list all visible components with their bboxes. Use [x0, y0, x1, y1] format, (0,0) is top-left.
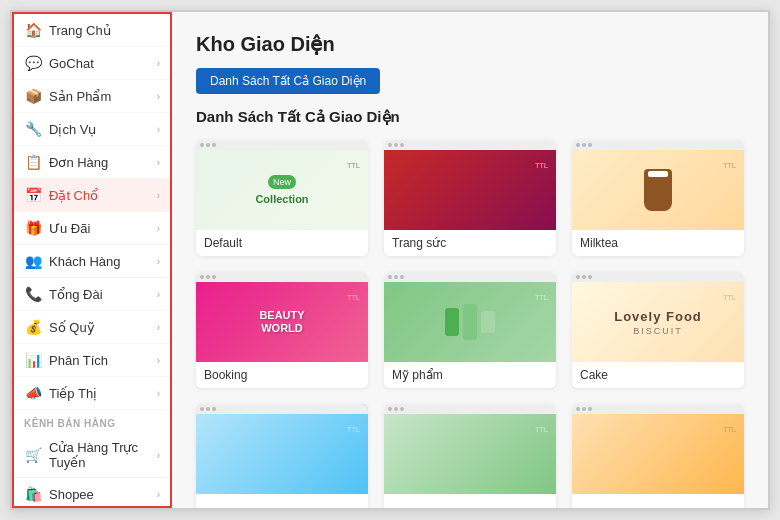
- theme-preview: BEAUTYWORLD TTL: [196, 282, 368, 362]
- mock-dot: [582, 275, 586, 279]
- sidebar-item-cua-hang-truc-tuyen[interactable]: 🛒 Cửa Hàng Trực Tuyến ›: [14, 433, 170, 478]
- sidebar-label: Shopee: [49, 487, 150, 502]
- theme-thumbnail-my-pham: TTL: [384, 272, 556, 362]
- mock-browser-bar: [196, 404, 368, 414]
- sidebar-item-khach-hang[interactable]: 👥 Khách Hàng ›: [14, 245, 170, 278]
- mock-dot: [582, 143, 586, 147]
- mock-dot: [588, 275, 592, 279]
- theme-thumbnail-cake: Lovely Food BISCUIT TTL: [572, 272, 744, 362]
- sidebar-label: Khách Hàng: [49, 254, 150, 269]
- theme-card-my-pham[interactable]: TTL Mỹ phẩm: [384, 272, 556, 388]
- mock-dot: [206, 143, 210, 147]
- chevron-right-icon: ›: [157, 256, 160, 267]
- sidebar-item-san-pham[interactable]: 📦 Sản Phẩm ›: [14, 80, 170, 113]
- theme-card-row3-2[interactable]: TTL: [384, 404, 556, 508]
- chevron-right-icon: ›: [157, 157, 160, 168]
- sidebar-item-dat-cho[interactable]: 📅 Đặt Chổ ›: [14, 179, 170, 212]
- ttl-label: TTL: [723, 162, 736, 169]
- theme-card-cake[interactable]: Lovely Food BISCUIT TTL Cake: [572, 272, 744, 388]
- sidebar-item-dich-vu[interactable]: 🔧 Dịch Vụ ›: [14, 113, 170, 146]
- sidebar-item-trang-chu[interactable]: 🏠 Trang Chủ: [14, 14, 170, 47]
- theme-name-milktea: Milktea: [572, 230, 744, 256]
- chevron-right-icon: ›: [157, 322, 160, 333]
- sidebar-item-shopee[interactable]: 🛍️ Shopee ›: [14, 478, 170, 508]
- mock-dot: [388, 143, 392, 147]
- ttl-label: TTL: [723, 426, 736, 433]
- ttl-label: TTL: [347, 426, 360, 433]
- chevron-right-icon: ›: [157, 91, 160, 102]
- theme-name-booking: Booking: [196, 362, 368, 388]
- filter-all-button[interactable]: Danh Sách Tất Cả Giao Diện: [196, 68, 380, 94]
- ttl-label: TTL: [535, 162, 548, 169]
- sidebar: 🏠 Trang Chủ 💬 GoChat › 📦 Sản Phẩm › 🔧 Dị…: [12, 12, 172, 508]
- theme-grid: New Collection TTL Default: [196, 140, 744, 508]
- section-label: Danh Sách Tất Cả Giao Diện: [196, 108, 744, 126]
- mock-dot: [582, 407, 586, 411]
- package-icon: 📦: [24, 87, 42, 105]
- theme-name-row3-3: [572, 494, 744, 508]
- mock-dot: [200, 407, 204, 411]
- mock-dot: [400, 143, 404, 147]
- sidebar-item-tiep-thi[interactable]: 📣 Tiếp Thị ›: [14, 377, 170, 410]
- theme-preview: TTL: [384, 282, 556, 362]
- theme-preview: TTL: [196, 414, 368, 494]
- theme-card-milktea[interactable]: TTL Milktea: [572, 140, 744, 256]
- sidebar-item-go-chat[interactable]: 💬 GoChat ›: [14, 47, 170, 80]
- chevron-right-icon: ›: [157, 124, 160, 135]
- chevron-right-icon: ›: [157, 190, 160, 201]
- service-icon: 🔧: [24, 120, 42, 138]
- sidebar-item-so-quy[interactable]: 💰 Số Quỹ ›: [14, 311, 170, 344]
- theme-name-row3-2: [384, 494, 556, 508]
- theme-card-default[interactable]: New Collection TTL Default: [196, 140, 368, 256]
- mock-browser-bar: [196, 140, 368, 150]
- mock-browser-bar: [572, 140, 744, 150]
- theme-card-trang-suc[interactable]: TTL Trang sức: [384, 140, 556, 256]
- theme-card-row3-3[interactable]: TTL: [572, 404, 744, 508]
- store-icon: 🛒: [24, 446, 42, 464]
- theme-thumbnail-trang-suc: TTL: [384, 140, 556, 230]
- chevron-right-icon: ›: [157, 223, 160, 234]
- ttl-label: TTL: [535, 426, 548, 433]
- sidebar-label: Dịch Vụ: [49, 122, 150, 137]
- home-icon: 🏠: [24, 21, 42, 39]
- page-title: Kho Giao Diện: [196, 32, 744, 56]
- theme-preview: TTL: [572, 150, 744, 230]
- theme-preview: TTL: [384, 150, 556, 230]
- sidebar-label: Ưu Đãi: [49, 221, 150, 236]
- sidebar-item-tong-dai[interactable]: 📞 Tổng Đài ›: [14, 278, 170, 311]
- theme-card-booking[interactable]: BEAUTYWORLD TTL Booking: [196, 272, 368, 388]
- chevron-right-icon: ›: [157, 388, 160, 399]
- mock-dot: [212, 143, 216, 147]
- chevron-right-icon: ›: [157, 289, 160, 300]
- chevron-right-icon: ›: [157, 355, 160, 366]
- gift-icon: 🎁: [24, 219, 42, 237]
- theme-thumbnail-row3-1: TTL: [196, 404, 368, 494]
- theme-card-row3-1[interactable]: TTL: [196, 404, 368, 508]
- chart-icon: 📊: [24, 351, 42, 369]
- beauty-world-text: BEAUTYWORLD: [259, 309, 304, 335]
- mock-dot: [206, 407, 210, 411]
- sidebar-label: GoChat: [49, 56, 150, 71]
- chevron-right-icon: ›: [157, 450, 160, 461]
- mock-dot: [394, 143, 398, 147]
- sidebar-item-phan-tich[interactable]: 📊 Phân Tích ›: [14, 344, 170, 377]
- mock-dot: [200, 275, 204, 279]
- calendar-icon: 📅: [24, 186, 42, 204]
- sidebar-label: Trang Chủ: [49, 23, 160, 38]
- mock-dot: [212, 407, 216, 411]
- sidebar-label: Tổng Đài: [49, 287, 150, 302]
- theme-name-default: Default: [196, 230, 368, 256]
- mock-dot: [576, 143, 580, 147]
- order-icon: 📋: [24, 153, 42, 171]
- mock-dot: [588, 143, 592, 147]
- mock-browser-bar: [384, 404, 556, 414]
- sidebar-item-uu-dai[interactable]: 🎁 Ưu Đãi ›: [14, 212, 170, 245]
- phone-icon: 📞: [24, 285, 42, 303]
- theme-thumbnail-default: New Collection TTL: [196, 140, 368, 230]
- mock-dot: [400, 407, 404, 411]
- mock-dot: [394, 407, 398, 411]
- sidebar-item-don-hang[interactable]: 📋 Đơn Hàng ›: [14, 146, 170, 179]
- chat-icon: 💬: [24, 54, 42, 72]
- sidebar-label: Phân Tích: [49, 353, 150, 368]
- lovely-food-text: Lovely Food: [614, 309, 702, 324]
